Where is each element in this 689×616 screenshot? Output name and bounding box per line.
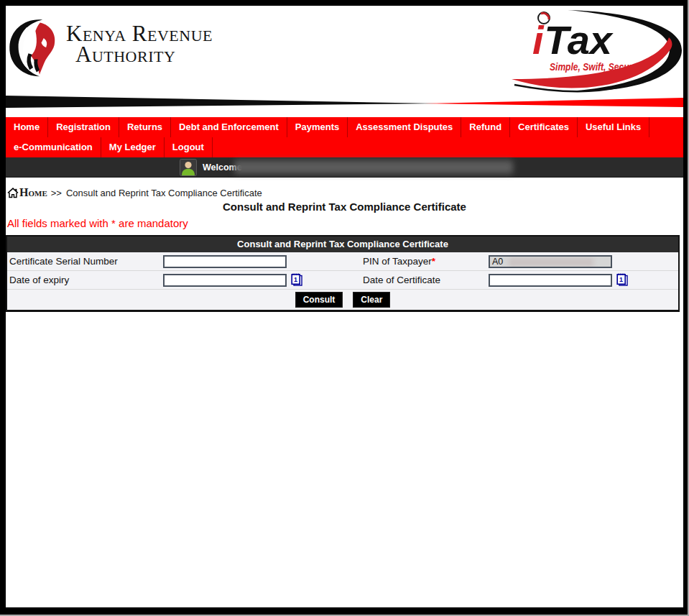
pin-redacted-blur: [509, 258, 593, 267]
welcome-username-redacted: [234, 160, 513, 174]
form-table-header: Consult and Reprint Tax Compliance Certi…: [7, 236, 678, 252]
kra-wordmark-line1: Kenya Revenue: [66, 23, 213, 44]
nav-item-e-communication[interactable]: e-Communication: [6, 137, 101, 157]
calendar-icon[interactable]: 1: [616, 273, 629, 287]
kra-wordmark-line2: Authority: [75, 44, 213, 65]
nav-row-2: e-CommunicationMy LedgerLogout: [6, 137, 683, 157]
pin-of-taxpayer-cell: A0: [489, 255, 678, 268]
page-title: Consult and Reprint Tax Compliance Certi…: [6, 201, 683, 213]
itax-wordmark-tax: Tax: [545, 17, 614, 63]
divider-red-taper: [425, 98, 683, 107]
main-nav: HomeRegistrationReturnsDebt and Enforcem…: [6, 117, 683, 157]
header-divider-swoosh: [6, 96, 683, 110]
nav-item-home[interactable]: Home: [6, 117, 48, 137]
breadcrumb-separator: >>: [51, 188, 62, 198]
breadcrumb-current: Consult and Reprint Tax Compliance Certi…: [66, 188, 262, 198]
pin-required-marker: *: [432, 256, 435, 267]
date-of-expiry-cell: 1: [163, 273, 363, 287]
nav-item-my-ledger[interactable]: My Ledger: [101, 137, 165, 157]
date-of-certificate-input[interactable]: [489, 274, 612, 287]
form-row-2: Date of expiry 1 Date of Certificate: [7, 271, 678, 290]
page-frame: Kenya Revenue Authority iTax Simple, Swi…: [0, 0, 689, 616]
calendar-icon[interactable]: 1: [291, 273, 303, 287]
nav-item-useful-links[interactable]: Useful Links: [578, 117, 649, 137]
pin-of-taxpayer-value: A0: [492, 257, 503, 267]
avatar-head: [185, 162, 191, 168]
nav-item-certificates[interactable]: Certificates: [510, 117, 578, 137]
certificate-serial-number-input[interactable]: [163, 255, 287, 268]
clear-button[interactable]: Clear: [353, 292, 390, 308]
page-body: Kenya Revenue Authority iTax Simple, Swi…: [6, 6, 683, 607]
nav-item-refund[interactable]: Refund: [461, 117, 510, 137]
calendar-glyph: 1: [294, 276, 297, 283]
home-icon[interactable]: [7, 188, 19, 198]
nav-item-registration[interactable]: Registration: [48, 117, 119, 137]
kra-lion-logo: [7, 17, 66, 78]
date-of-expiry-input[interactable]: [163, 274, 287, 287]
form-row-1: Certificate Serial Number PIN of Taxpaye…: [7, 252, 678, 271]
pin-of-taxpayer-label-text: PIN of Taxpayer: [363, 256, 432, 267]
itax-tagline: Simple, Swift, Secure: [550, 61, 637, 73]
nav-item-debt-and-enforcement[interactable]: Debt and Enforcement: [171, 117, 287, 137]
nav-item-assessment-disputes[interactable]: Assessment Disputes: [348, 117, 461, 137]
header: Kenya Revenue Authority iTax Simple, Swi…: [6, 6, 683, 117]
nav-item-payments[interactable]: Payments: [287, 117, 348, 137]
consult-form-table: Consult and Reprint Tax Compliance Certi…: [6, 235, 680, 312]
home-icon-walls: [9, 193, 17, 198]
mandatory-note: All fields marked with * are mandatory: [6, 213, 683, 234]
consult-button[interactable]: Consult: [295, 292, 343, 308]
date-of-certificate-label: Date of Certificate: [363, 275, 489, 285]
pin-of-taxpayer-field: A0: [489, 255, 612, 268]
date-of-expiry-label: Date of expiry: [9, 275, 163, 285]
date-of-certificate-cell: 1: [489, 273, 678, 287]
certificate-serial-number-cell: [163, 255, 363, 268]
nav-row-1: HomeRegistrationReturnsDebt and Enforcem…: [6, 117, 683, 137]
user-avatar-icon: [180, 159, 197, 176]
pin-of-taxpayer-label: PIN of Taxpayer*: [363, 256, 489, 267]
divider-black-taper: [6, 96, 437, 108]
nav-item-logout[interactable]: Logout: [165, 137, 213, 157]
nav-item-returns[interactable]: Returns: [119, 117, 171, 137]
breadcrumb-home-link[interactable]: Home: [19, 186, 47, 199]
certificate-serial-number-label: Certificate Serial Number: [9, 256, 163, 267]
kra-wordmark: Kenya Revenue Authority: [66, 23, 213, 65]
breadcrumb: Home >> Consult and Reprint Tax Complian…: [6, 178, 683, 199]
form-buttons-row: Consult Clear: [7, 290, 678, 310]
home-icon-chimney: [15, 188, 17, 190]
itax-logo: iTax Simple, Swift, Secure: [496, 6, 683, 96]
lion-face-red: [31, 23, 55, 75]
welcome-bar: Welcome: [6, 157, 683, 178]
calendar-glyph: 1: [619, 276, 623, 283]
